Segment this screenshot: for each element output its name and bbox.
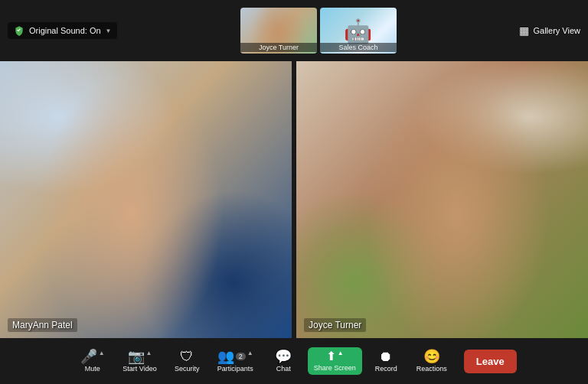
mute-arrow: ▲ bbox=[99, 350, 105, 356]
video-icon: 📷 bbox=[128, 350, 145, 363]
gallery-view-label: Gallery View bbox=[533, 26, 580, 35]
start-video-button[interactable]: 📷 ▲ Start Video bbox=[116, 347, 162, 376]
main-video-area: MaryAnn Patel Joyce Turner bbox=[0, 61, 588, 338]
thumb-sales-label: Sales Coach bbox=[320, 43, 397, 52]
original-sound-label: Original Sound: On bbox=[29, 26, 101, 35]
video-label-maryann: MaryAnn Patel bbox=[8, 318, 77, 332]
participants-arrow: ▲ bbox=[247, 350, 253, 356]
chat-label: Chat bbox=[276, 365, 291, 373]
sales-coach-avatar: 🤖 bbox=[344, 18, 372, 44]
share-screen-button[interactable]: ⬆ ▲ Share Screen bbox=[308, 347, 362, 375]
chat-icon: 💬 bbox=[275, 350, 292, 363]
video-divider bbox=[293, 61, 295, 338]
toolbar: 🎤 ▲ Mute 📷 ▲ Start Video 🛡 Security 👥 2 … bbox=[0, 338, 588, 384]
share-arrow: ▲ bbox=[338, 350, 344, 356]
security-label: Security bbox=[175, 365, 200, 373]
dropdown-arrow: ▼ bbox=[106, 28, 112, 34]
security-button[interactable]: 🛡 Security bbox=[166, 347, 208, 376]
thumbnail-list: Joyce Turner 🤖 Sales Coach bbox=[240, 8, 397, 54]
reactions-button[interactable]: 😊 Reactions bbox=[410, 347, 453, 376]
gallery-view-button[interactable]: ▦ Gallery View bbox=[519, 24, 580, 37]
thumbnail-sales-coach[interactable]: 🤖 Sales Coach bbox=[320, 8, 397, 54]
leave-button[interactable]: Leave bbox=[464, 350, 517, 373]
video-panel-right: Joyce Turner bbox=[296, 61, 588, 338]
thumb-joyce-label: Joyce Turner bbox=[240, 43, 317, 52]
participants-icon: 👥 bbox=[217, 350, 234, 363]
mute-button[interactable]: 🎤 ▲ Mute bbox=[71, 347, 113, 376]
mute-label: Mute bbox=[85, 365, 100, 373]
mute-icon: 🎤 bbox=[80, 350, 97, 363]
video-label-joyce: Joyce Turner bbox=[304, 318, 366, 332]
chat-button[interactable]: 💬 Chat bbox=[263, 347, 305, 376]
security-icon: 🛡 bbox=[180, 350, 194, 363]
video-panel-left: MaryAnn Patel bbox=[0, 61, 292, 338]
grid-icon: ▦ bbox=[519, 24, 529, 37]
thumbnail-joyce[interactable]: Joyce Turner bbox=[240, 8, 317, 54]
record-label: Record bbox=[375, 365, 397, 373]
reactions-icon: 😊 bbox=[423, 350, 440, 363]
participants-label: Participants bbox=[217, 365, 253, 373]
record-icon: ⏺ bbox=[379, 350, 393, 363]
top-bar: Original Sound: On ▼ Joyce Turner 🤖 Sale… bbox=[0, 0, 588, 61]
original-sound-button[interactable]: Original Sound: On ▼ bbox=[8, 22, 117, 39]
start-video-label: Start Video bbox=[122, 365, 156, 373]
share-screen-label: Share Screen bbox=[314, 364, 356, 372]
record-button[interactable]: ⏺ Record bbox=[365, 347, 407, 376]
participants-count: 2 bbox=[236, 353, 246, 360]
reactions-label: Reactions bbox=[416, 365, 447, 373]
participants-button[interactable]: 👥 2 ▲ Participants bbox=[211, 347, 260, 376]
video-arrow: ▲ bbox=[146, 350, 152, 356]
share-screen-icon: ⬆ bbox=[326, 350, 336, 363]
shield-icon bbox=[14, 25, 24, 36]
